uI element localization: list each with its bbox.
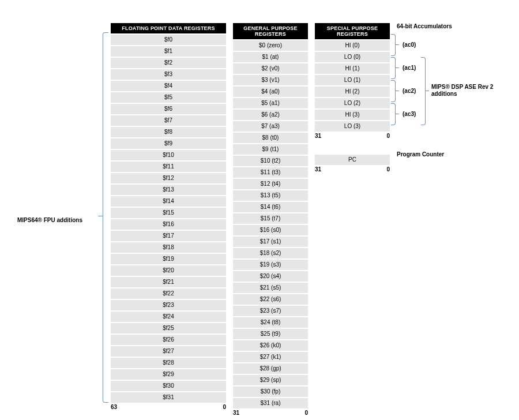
gp-register-row: $30 (fp) — [233, 387, 308, 397]
fp-header: FLOATING POINT DATA REGISTERS — [111, 23, 226, 33]
gp-header: GENERAL PURPOSE REGISTERS — [233, 23, 308, 39]
fp-register-row: $f9 — [111, 138, 226, 149]
fp-register-list: $f0$f1$f2$f3$f4$f5$f6$f7$f8$f9$f10$f11$f… — [111, 35, 226, 403]
fp-register-row: $f20 — [111, 265, 226, 276]
diagram-stage: MIPS64® FPU additions FLOATING POINT DAT… — [0, 0, 519, 420]
fp-register-row: $f11 — [111, 162, 226, 172]
gp-register-row: $6 (a2) — [233, 110, 308, 120]
fp-bit-hi: 63 — [111, 404, 117, 410]
sp-header: SPECIAL PURPOSE REGISTERS — [315, 23, 390, 39]
gp-register-row: $24 (t8) — [233, 317, 308, 328]
sp-bit-hi: 31 — [315, 133, 321, 139]
fp-register-row: $f14 — [111, 196, 226, 207]
gp-bit-lo: 0 — [304, 410, 308, 416]
gp-register-row: $9 (t1) — [233, 144, 308, 155]
gp-register-row: $3 (v1) — [233, 75, 308, 85]
sp-register-list: HI (0)LO (0)HI (1)LO (1)HI (2)LO (2)HI (… — [315, 40, 390, 132]
fp-register-row: $f12 — [111, 173, 226, 183]
ac3-label: (ac3) — [403, 111, 416, 117]
gp-register-row: $5 (a1) — [233, 98, 308, 108]
fp-bit-lo: 0 — [223, 404, 226, 410]
sp-register-row: LO (3) — [315, 121, 390, 132]
sp-register-row: LO (0) — [315, 52, 390, 62]
gp-register-row: $27 (k1) — [233, 352, 308, 362]
gp-register-row: $10 (t2) — [233, 156, 308, 166]
sp-bit-lo: 0 — [386, 133, 390, 139]
gp-register-row: $20 (s4) — [233, 271, 308, 282]
fp-register-row: $f13 — [111, 185, 226, 195]
fp-register-row: $f28 — [111, 358, 226, 368]
gp-register-row: $26 (k0) — [233, 340, 308, 351]
fp-register-row: $f10 — [111, 150, 226, 160]
fpu-bracket — [98, 32, 108, 403]
gp-register-row: $16 (s0) — [233, 225, 308, 235]
fp-register-row: $f30 — [111, 381, 226, 391]
fp-register-row: $f21 — [111, 277, 226, 287]
fp-register-row: $f19 — [111, 254, 226, 264]
sp-register-row: HI (3) — [315, 110, 390, 120]
gp-register-row: $21 (s5) — [233, 283, 308, 293]
gp-register-row: $22 (s6) — [233, 294, 308, 305]
fp-register-row: $f22 — [111, 288, 226, 299]
dsp-label: MIPS® DSP ASE Rev 2 additions — [431, 84, 501, 97]
gp-register-row: $8 (t0) — [233, 133, 308, 143]
gp-register-row: $17 (s1) — [233, 237, 308, 247]
fp-register-row: $f26 — [111, 335, 226, 345]
fp-register-row: $f5 — [111, 92, 226, 103]
fp-register-row: $f6 — [111, 104, 226, 114]
fp-register-row: $f27 — [111, 346, 226, 357]
fp-register-row: $f7 — [111, 115, 226, 126]
gp-register-row: $1 (at) — [233, 52, 308, 62]
fp-register-row: $f31 — [111, 392, 226, 403]
gp-register-row: $23 (s7) — [233, 306, 308, 316]
gp-register-row: $0 (zero) — [233, 40, 308, 51]
fp-register-row: $f16 — [111, 219, 226, 230]
ac1-bracket — [391, 57, 399, 79]
accumulators-title: 64-bit Accumulators — [397, 23, 452, 29]
fp-register-row: $f24 — [111, 312, 226, 322]
fp-register-row: $f15 — [111, 208, 226, 218]
fp-register-row: $f2 — [111, 58, 226, 68]
gp-register-row: $2 (v0) — [233, 63, 308, 74]
pc-bit-labels: 31 0 — [315, 166, 390, 174]
gp-register-row: $11 (t3) — [233, 167, 308, 178]
fp-register-row: $f17 — [111, 231, 226, 241]
program-counter-label: Program Counter — [397, 151, 444, 158]
sp-register-column: SPECIAL PURPOSE REGISTERS HI (0)LO (0)HI… — [315, 23, 390, 174]
gp-register-row: $18 (s2) — [233, 248, 308, 258]
gp-register-column: GENERAL PURPOSE REGISTERS $0 (zero)$1 (a… — [233, 23, 308, 418]
gp-register-row: $12 (t4) — [233, 179, 308, 189]
ac2-label: (ac2) — [403, 88, 416, 94]
ac3-bracket — [391, 103, 399, 125]
fp-register-column: FLOATING POINT DATA REGISTERS $f0$f1$f2$… — [111, 23, 226, 412]
fp-register-row: $f3 — [111, 69, 226, 80]
gp-register-row: $31 (ra) — [233, 398, 308, 408]
gp-bit-labels: 31 0 — [233, 410, 308, 418]
fp-register-row: $f8 — [111, 127, 226, 137]
sp-register-row: LO (1) — [315, 75, 390, 85]
ac2-bracket — [391, 80, 399, 102]
pc-register: PC — [315, 155, 390, 165]
pc-bit-hi: 31 — [315, 166, 321, 172]
fp-bit-labels: 63 0 — [111, 404, 226, 412]
gp-register-row: $15 (t7) — [233, 213, 308, 224]
fp-register-row: $f29 — [111, 369, 226, 380]
sp-register-row: HI (1) — [315, 63, 390, 74]
gp-register-row: $19 (s3) — [233, 260, 308, 270]
gp-register-row: $28 (gp) — [233, 363, 308, 374]
fp-register-row: $f23 — [111, 300, 226, 310]
gp-register-row: $4 (a0) — [233, 87, 308, 97]
fp-register-row: $f1 — [111, 46, 226, 57]
sp-register-row: LO (2) — [315, 98, 390, 108]
gp-bit-hi: 31 — [233, 410, 239, 416]
sp-bit-labels: 31 0 — [315, 133, 390, 141]
gp-register-row: $13 (t5) — [233, 190, 308, 201]
fp-register-row: $f0 — [111, 35, 226, 45]
fpu-additions-label: MIPS64® FPU additions — [17, 217, 82, 223]
gp-register-row: $14 (t6) — [233, 202, 308, 212]
pc-bit-lo: 0 — [386, 166, 390, 172]
sp-register-row: HI (2) — [315, 87, 390, 97]
dsp-bracket — [421, 57, 429, 125]
gp-register-row: $25 (t9) — [233, 329, 308, 339]
ac0-label: (ac0) — [403, 42, 416, 48]
